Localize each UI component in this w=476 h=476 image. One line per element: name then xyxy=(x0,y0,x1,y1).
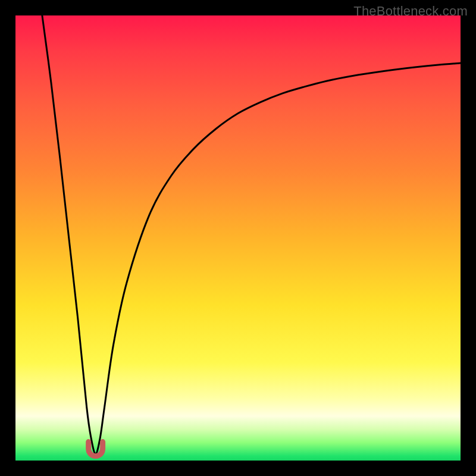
chart-frame: TheBottleneck.com xyxy=(0,0,476,476)
watermark-text: TheBottleneck.com xyxy=(353,4,468,19)
plot-area xyxy=(15,15,461,461)
curve-layer xyxy=(15,15,461,461)
bottleneck-curve xyxy=(42,15,461,454)
minimum-marker xyxy=(89,442,103,456)
